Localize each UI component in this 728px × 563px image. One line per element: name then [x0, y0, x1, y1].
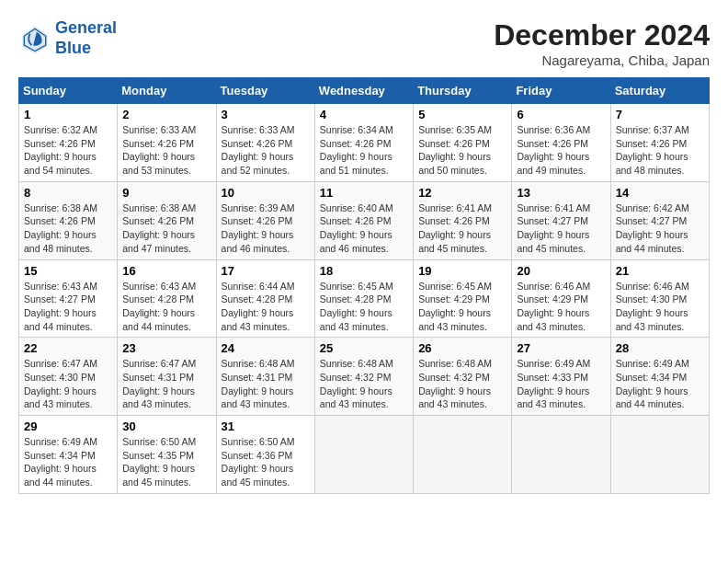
day-info: Sunrise: 6:47 AMSunset: 4:31 PMDaylight:… — [122, 358, 196, 409]
table-row: 20 Sunrise: 6:46 AMSunset: 4:29 PMDaylig… — [512, 259, 610, 338]
day-info: Sunrise: 6:50 AMSunset: 4:36 PMDaylight:… — [222, 436, 295, 488]
table-row: 6 Sunrise: 6:36 AMSunset: 4:26 PMDayligh… — [512, 104, 610, 182]
col-saturday: Saturday — [610, 78, 709, 104]
week-row-4: 22 Sunrise: 6:47 AMSunset: 4:30 PMDaylig… — [19, 338, 710, 416]
table-row: 1 Sunrise: 6:32 AMSunset: 4:26 PMDayligh… — [19, 104, 118, 182]
day-number: 30 — [122, 419, 210, 433]
day-info: Sunrise: 6:43 AMSunset: 4:28 PMDaylight:… — [122, 281, 196, 332]
day-info: Sunrise: 6:32 AMSunset: 4:26 PMDaylight:… — [24, 124, 97, 176]
day-number: 3 — [222, 108, 310, 121]
day-info: Sunrise: 6:49 AMSunset: 4:33 PMDaylight:… — [517, 358, 590, 409]
table-row: 12 Sunrise: 6:41 AMSunset: 4:26 PMDaylig… — [414, 181, 512, 259]
day-info: Sunrise: 6:45 AMSunset: 4:28 PMDaylight:… — [320, 281, 393, 332]
table-row: 21 Sunrise: 6:46 AMSunset: 4:30 PMDaylig… — [610, 259, 709, 338]
day-number: 16 — [122, 264, 210, 278]
table-row: 24 Sunrise: 6:48 AMSunset: 4:31 PMDaylig… — [216, 338, 314, 416]
logo-icon — [18, 22, 51, 55]
day-number: 24 — [222, 341, 310, 355]
table-row: 27 Sunrise: 6:49 AMSunset: 4:33 PMDaylig… — [512, 338, 610, 416]
day-info: Sunrise: 6:41 AMSunset: 4:27 PMDaylight:… — [517, 202, 590, 254]
day-number: 2 — [122, 108, 210, 121]
day-number: 12 — [418, 186, 506, 200]
table-row — [610, 416, 709, 494]
day-info: Sunrise: 6:40 AMSunset: 4:26 PMDaylight:… — [320, 202, 393, 254]
day-info: Sunrise: 6:49 AMSunset: 4:34 PMDaylight:… — [616, 358, 689, 409]
col-monday: Monday — [118, 78, 216, 104]
day-info: Sunrise: 6:35 AMSunset: 4:26 PMDaylight:… — [418, 124, 492, 176]
day-number: 13 — [517, 186, 605, 200]
page-header: General Blue December 2024 Nagareyama, C… — [18, 18, 710, 68]
day-number: 5 — [418, 108, 506, 121]
day-number: 14 — [616, 186, 704, 200]
day-number: 4 — [320, 108, 408, 121]
table-row: 11 Sunrise: 6:40 AMSunset: 4:26 PMDaylig… — [314, 181, 413, 259]
table-row: 29 Sunrise: 6:49 AMSunset: 4:34 PMDaylig… — [19, 416, 118, 494]
day-number: 11 — [320, 186, 408, 200]
col-thursday: Thursday — [414, 78, 512, 104]
table-row — [314, 416, 413, 494]
table-row: 10 Sunrise: 6:39 AMSunset: 4:26 PMDaylig… — [216, 181, 314, 259]
table-row: 26 Sunrise: 6:48 AMSunset: 4:32 PMDaylig… — [414, 338, 512, 416]
col-sunday: Sunday — [19, 78, 118, 104]
table-row: 8 Sunrise: 6:38 AMSunset: 4:26 PMDayligh… — [19, 181, 118, 259]
day-info: Sunrise: 6:39 AMSunset: 4:26 PMDaylight:… — [222, 202, 295, 254]
day-number: 27 — [517, 341, 605, 355]
day-number: 17 — [222, 264, 310, 278]
calendar-table: Sunday Monday Tuesday Wednesday Thursday… — [18, 77, 710, 494]
logo: General Blue — [18, 18, 117, 58]
day-info: Sunrise: 6:33 AMSunset: 4:26 PMDaylight:… — [122, 124, 196, 176]
day-info: Sunrise: 6:38 AMSunset: 4:26 PMDaylight:… — [122, 202, 196, 254]
table-row: 17 Sunrise: 6:44 AMSunset: 4:28 PMDaylig… — [216, 259, 314, 338]
day-number: 21 — [616, 264, 704, 278]
day-number: 1 — [24, 108, 112, 121]
table-row: 31 Sunrise: 6:50 AMSunset: 4:36 PMDaylig… — [216, 416, 314, 494]
col-friday: Friday — [512, 78, 610, 104]
day-info: Sunrise: 6:44 AMSunset: 4:28 PMDaylight:… — [222, 281, 295, 332]
day-info: Sunrise: 6:48 AMSunset: 4:31 PMDaylight:… — [222, 358, 295, 409]
logo-text: General Blue — [55, 18, 117, 58]
day-number: 31 — [222, 419, 310, 433]
table-row: 16 Sunrise: 6:43 AMSunset: 4:28 PMDaylig… — [118, 259, 216, 338]
day-info: Sunrise: 6:33 AMSunset: 4:26 PMDaylight:… — [222, 124, 295, 176]
table-row: 13 Sunrise: 6:41 AMSunset: 4:27 PMDaylig… — [512, 181, 610, 259]
day-info: Sunrise: 6:34 AMSunset: 4:26 PMDaylight:… — [320, 124, 393, 176]
day-info: Sunrise: 6:43 AMSunset: 4:27 PMDaylight:… — [24, 281, 97, 332]
location: Nagareyama, Chiba, Japan — [494, 52, 710, 68]
table-row: 19 Sunrise: 6:45 AMSunset: 4:29 PMDaylig… — [414, 259, 512, 338]
col-wednesday: Wednesday — [314, 78, 413, 104]
table-row: 4 Sunrise: 6:34 AMSunset: 4:26 PMDayligh… — [314, 104, 413, 182]
table-row: 2 Sunrise: 6:33 AMSunset: 4:26 PMDayligh… — [118, 104, 216, 182]
day-info: Sunrise: 6:48 AMSunset: 4:32 PMDaylight:… — [418, 358, 492, 409]
day-number: 15 — [24, 264, 112, 278]
day-info: Sunrise: 6:41 AMSunset: 4:26 PMDaylight:… — [418, 202, 492, 254]
day-number: 25 — [320, 341, 408, 355]
table-row: 25 Sunrise: 6:48 AMSunset: 4:32 PMDaylig… — [314, 338, 413, 416]
table-row: 23 Sunrise: 6:47 AMSunset: 4:31 PMDaylig… — [118, 338, 216, 416]
table-row: 18 Sunrise: 6:45 AMSunset: 4:28 PMDaylig… — [314, 259, 413, 338]
table-row: 7 Sunrise: 6:37 AMSunset: 4:26 PMDayligh… — [610, 104, 709, 182]
day-number: 8 — [24, 186, 112, 200]
week-row-3: 15 Sunrise: 6:43 AMSunset: 4:27 PMDaylig… — [19, 259, 710, 338]
title-block: December 2024 Nagareyama, Chiba, Japan — [494, 18, 710, 68]
day-number: 18 — [320, 264, 408, 278]
day-number: 9 — [122, 186, 210, 200]
day-info: Sunrise: 6:47 AMSunset: 4:30 PMDaylight:… — [24, 358, 97, 409]
table-row: 22 Sunrise: 6:47 AMSunset: 4:30 PMDaylig… — [19, 338, 118, 416]
day-number: 23 — [122, 341, 210, 355]
day-number: 28 — [616, 341, 704, 355]
table-row — [512, 416, 610, 494]
day-info: Sunrise: 6:49 AMSunset: 4:34 PMDaylight:… — [24, 436, 97, 488]
table-row: 15 Sunrise: 6:43 AMSunset: 4:27 PMDaylig… — [19, 259, 118, 338]
day-info: Sunrise: 6:46 AMSunset: 4:30 PMDaylight:… — [616, 281, 689, 332]
day-number: 26 — [418, 341, 506, 355]
day-number: 10 — [222, 186, 310, 200]
day-info: Sunrise: 6:38 AMSunset: 4:26 PMDaylight:… — [24, 202, 97, 254]
table-row — [414, 416, 512, 494]
week-row-2: 8 Sunrise: 6:38 AMSunset: 4:26 PMDayligh… — [19, 181, 710, 259]
table-row: 3 Sunrise: 6:33 AMSunset: 4:26 PMDayligh… — [216, 104, 314, 182]
col-tuesday: Tuesday — [216, 78, 314, 104]
day-number: 7 — [616, 108, 704, 121]
day-info: Sunrise: 6:48 AMSunset: 4:32 PMDaylight:… — [320, 358, 393, 409]
table-row: 14 Sunrise: 6:42 AMSunset: 4:27 PMDaylig… — [610, 181, 709, 259]
day-info: Sunrise: 6:42 AMSunset: 4:27 PMDaylight:… — [616, 202, 689, 254]
